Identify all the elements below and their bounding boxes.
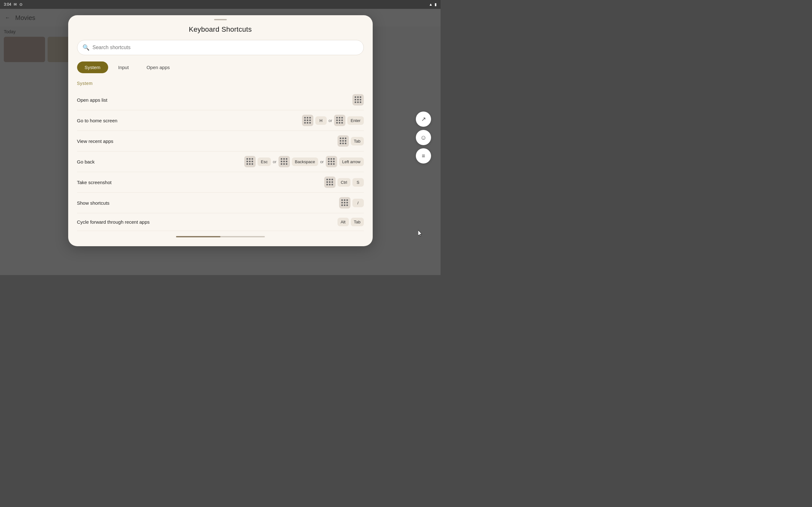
search-icon: 🔍 [83,44,90,51]
section-title-system: System [77,78,364,90]
key-backspace: Backspace [292,158,318,166]
shortcut-name-open-apps-list: Open apps list [77,97,107,103]
battery-icon: ▮ [435,2,437,7]
shortcut-keys-show-shortcuts: / [339,197,364,209]
content-area: System Open apps list Go to home screen [68,76,373,239]
search-bar[interactable]: 🔍 [77,40,364,55]
key-esc: Esc [258,158,271,166]
fab-expand[interactable]: ↗ [416,112,431,127]
dialog-handle [68,15,373,23]
key-dots-8 [324,176,336,188]
key-s: S [352,178,364,187]
shortcut-show-shortcuts: Show shortcuts / [77,193,364,213]
scrollbar-thumb [176,236,220,237]
scrollbar-container [77,231,364,239]
shortcut-name-go-back: Go back [77,159,95,164]
key-tab-2: Tab [351,218,364,226]
key-dots-4 [338,135,349,147]
dialog-title: Keyboard Shortcuts [68,23,373,40]
key-slash: / [352,199,364,207]
key-dots-1 [352,94,364,106]
shortcut-open-apps-list: Open apps list [77,90,364,110]
status-left: 3:04 ✉ ⊙ [4,2,22,7]
shortcut-keys-view-recent: Tab [338,135,364,147]
tab-open-apps[interactable]: Open apps [139,61,177,73]
handle-bar [214,19,227,20]
key-alt: Alt [338,218,349,226]
key-h: H [315,116,327,125]
search-container: 🔍 [68,40,373,61]
fab-menu[interactable]: ≡ [416,148,431,164]
sep-or-3: or [320,159,324,164]
status-bar: 3:04 ✉ ⊙ ▲ ▮ [0,0,441,9]
emoji-icon: ☺ [420,134,426,141]
sep-or-2: or [273,159,276,164]
key-dots-6 [278,156,290,167]
key-enter: Enter [347,116,363,125]
keyboard-shortcuts-dialog: Keyboard Shortcuts 🔍 System Input Open a… [68,15,373,246]
key-ctrl: Ctrl [338,178,350,187]
fab-container: ↗ ☺ ≡ [416,112,431,164]
search-input[interactable] [93,45,358,50]
shortcut-view-recent: View recent apps Tab [77,131,364,152]
shortcut-cycle-forward: Cycle forward through recent apps Alt Ta… [77,213,364,231]
key-left-arrow: Left arrow [339,158,364,166]
status-time: 3:04 [4,2,11,7]
shortcut-name-view-recent: View recent apps [77,138,113,144]
shortcut-name-cycle-forward: Cycle forward through recent apps [77,219,150,225]
key-dots-5 [244,156,256,167]
shortcut-name-take-screenshot: Take screenshot [77,180,112,185]
key-dots-7 [326,156,337,167]
shortcut-name-show-shortcuts: Show shortcuts [77,200,110,206]
shortcut-name-go-home: Go to home screen [77,118,118,123]
status-right: ▲ ▮ [429,2,437,7]
wifi-icon: ▲ [429,2,433,7]
sep-or-1: or [328,118,333,123]
shortcut-keys-open-apps-list [352,94,364,106]
key-dots-3 [334,115,345,126]
key-dots-2 [302,115,313,126]
camera-icon: ⊙ [19,2,22,7]
shortcut-keys-go-back: Esc or Backspace or [244,156,363,167]
expand-icon: ↗ [421,116,426,123]
scrollbar-track [176,236,265,237]
shortcut-take-screenshot: Take screenshot Ctrl S [77,172,364,193]
shortcut-keys-cycle-forward: Alt Tab [338,218,364,226]
tabs-container: System Input Open apps [68,61,373,76]
menu-icon: ≡ [422,153,425,159]
gmail-icon: ✉ [14,2,17,7]
key-dots-9 [339,197,351,209]
shortcut-keys-take-screenshot: Ctrl S [324,176,363,188]
tab-system[interactable]: System [77,61,108,73]
key-tab-1: Tab [351,137,364,146]
shortcut-go-home: Go to home screen H or [77,110,364,131]
fab-emoji[interactable]: ☺ [416,130,431,145]
shortcut-keys-go-home: H or Enter [302,115,364,126]
tab-input[interactable]: Input [111,61,136,73]
shortcut-go-back: Go back Esc or [77,152,364,172]
